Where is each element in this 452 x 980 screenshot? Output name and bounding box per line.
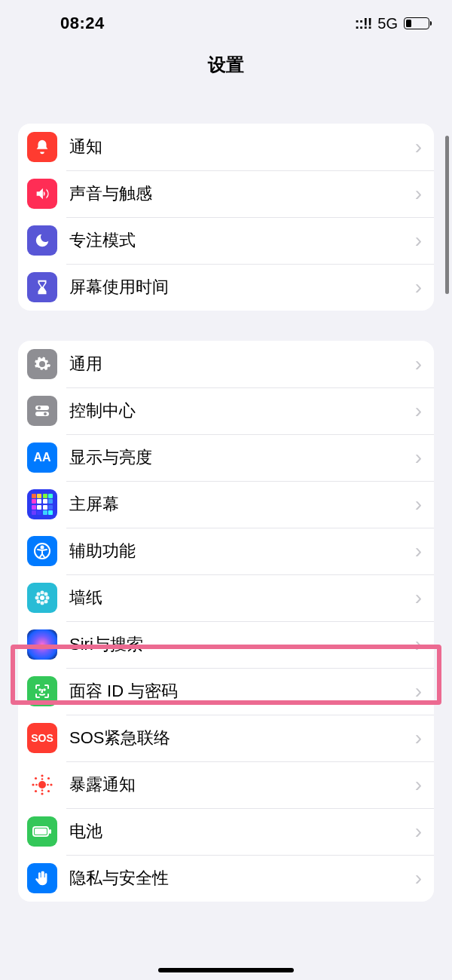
row-label: 隐私与安全性 bbox=[69, 867, 415, 890]
row-privacy[interactable]: 隐私与安全性 › bbox=[18, 855, 434, 902]
chevron-right-icon: › bbox=[415, 632, 422, 657]
sos-icon: SOS bbox=[27, 723, 57, 753]
chevron-right-icon: › bbox=[415, 182, 422, 206]
svg-point-24 bbox=[35, 790, 37, 792]
svg-rect-31 bbox=[35, 828, 47, 835]
row-label: Siri与搜索 bbox=[69, 633, 415, 656]
chevron-right-icon: › bbox=[415, 352, 422, 376]
chevron-right-icon: › bbox=[415, 586, 422, 610]
gear-icon bbox=[27, 349, 57, 379]
row-notifications[interactable]: 通知 › bbox=[18, 124, 434, 170]
svg-point-18 bbox=[41, 774, 43, 776]
exposure-icon bbox=[27, 770, 57, 800]
status-bar: 08:24 ::!! 5G bbox=[0, 0, 452, 42]
svg-point-26 bbox=[41, 778, 44, 780]
chevron-right-icon: › bbox=[415, 539, 422, 563]
scrollbar[interactable] bbox=[445, 136, 449, 294]
hand-icon bbox=[27, 863, 57, 893]
accessibility-icon bbox=[27, 536, 57, 566]
aa-icon: AA bbox=[27, 443, 57, 473]
row-faceid[interactable]: 面容 ID 与密码 › bbox=[18, 668, 434, 715]
svg-point-23 bbox=[47, 777, 50, 779]
chevron-right-icon: › bbox=[415, 399, 422, 423]
svg-rect-32 bbox=[49, 829, 51, 834]
chevron-right-icon: › bbox=[415, 773, 422, 797]
page-title: 设置 bbox=[0, 42, 452, 93]
row-label: 专注模式 bbox=[69, 229, 415, 252]
moon-icon bbox=[27, 225, 57, 256]
battery-icon bbox=[27, 816, 57, 847]
svg-point-6 bbox=[40, 596, 44, 600]
signal-icon: ::!! bbox=[355, 15, 372, 32]
row-sos[interactable]: SOS SOS紧急联络 › bbox=[18, 715, 434, 761]
chevron-right-icon: › bbox=[415, 228, 422, 253]
bell-icon bbox=[27, 132, 57, 162]
row-label: 暴露通知 bbox=[69, 773, 415, 796]
faceid-icon bbox=[27, 676, 57, 706]
hourglass-icon bbox=[27, 272, 57, 302]
row-accessibility[interactable]: 辅助功能 › bbox=[18, 528, 434, 574]
svg-point-10 bbox=[46, 596, 50, 600]
row-label: 显示与亮度 bbox=[69, 446, 415, 469]
svg-point-22 bbox=[35, 777, 37, 779]
svg-point-13 bbox=[37, 600, 41, 604]
row-homescreen[interactable]: 主屏幕 › bbox=[18, 481, 434, 528]
status-time: 08:24 bbox=[60, 14, 105, 33]
svg-point-5 bbox=[41, 547, 44, 549]
svg-point-27 bbox=[41, 789, 44, 792]
row-label: 辅助功能 bbox=[69, 540, 415, 562]
row-label: 通知 bbox=[69, 136, 415, 158]
row-control-center[interactable]: 控制中心 › bbox=[18, 387, 434, 434]
row-display[interactable]: AA 显示与亮度 › bbox=[18, 434, 434, 481]
svg-point-28 bbox=[35, 784, 38, 786]
svg-point-17 bbox=[38, 781, 46, 789]
row-screentime[interactable]: 屏幕使用时间 › bbox=[18, 264, 434, 311]
flower-icon bbox=[27, 583, 57, 613]
svg-rect-1 bbox=[35, 412, 49, 416]
svg-point-21 bbox=[50, 783, 52, 786]
svg-point-25 bbox=[47, 790, 50, 792]
svg-point-11 bbox=[37, 593, 41, 596]
section-general: 通用 › 控制中心 › AA 显示与亮度 › 主屏幕 › bbox=[18, 341, 434, 902]
row-label: 屏幕使用时间 bbox=[69, 276, 415, 299]
homegrid-icon bbox=[27, 489, 57, 519]
chevron-right-icon: › bbox=[415, 726, 422, 750]
row-sounds[interactable]: 声音与触感 › bbox=[18, 170, 434, 217]
row-label: 主屏幕 bbox=[69, 493, 415, 516]
row-label: 控制中心 bbox=[69, 400, 415, 422]
row-focus[interactable]: 专注模式 › bbox=[18, 217, 434, 264]
status-right: ::!! 5G bbox=[355, 15, 429, 32]
chevron-right-icon: › bbox=[415, 275, 422, 299]
svg-point-7 bbox=[41, 591, 44, 595]
chevron-right-icon: › bbox=[415, 446, 422, 470]
row-label: SOS紧急联络 bbox=[69, 727, 415, 749]
row-general[interactable]: 通用 › bbox=[18, 341, 434, 387]
chevron-right-icon: › bbox=[415, 866, 422, 890]
row-battery[interactable]: 电池 › bbox=[18, 808, 434, 855]
svg-point-20 bbox=[32, 783, 34, 786]
row-label: 面容 ID 与密码 bbox=[69, 680, 415, 703]
svg-point-16 bbox=[44, 689, 45, 691]
svg-point-29 bbox=[47, 784, 49, 786]
svg-point-3 bbox=[44, 412, 47, 415]
siri-icon bbox=[27, 629, 57, 660]
row-label: 电池 bbox=[69, 820, 415, 843]
row-wallpaper[interactable]: 墙纸 › bbox=[18, 574, 434, 621]
chevron-right-icon: › bbox=[415, 492, 422, 516]
svg-point-14 bbox=[44, 600, 48, 604]
toggles-icon bbox=[27, 396, 57, 426]
home-indicator[interactable] bbox=[158, 968, 294, 972]
row-label: 通用 bbox=[69, 353, 415, 375]
settings-list[interactable]: 通知 › 声音与触感 › 专注模式 › 屏幕使用时间 › bbox=[0, 124, 452, 902]
svg-point-2 bbox=[38, 406, 41, 409]
chevron-right-icon: › bbox=[415, 679, 422, 703]
chevron-right-icon: › bbox=[415, 819, 422, 844]
row-label: 声音与触感 bbox=[69, 182, 415, 205]
svg-rect-0 bbox=[35, 406, 49, 410]
svg-point-12 bbox=[44, 593, 48, 596]
svg-point-15 bbox=[39, 689, 41, 691]
row-siri-search[interactable]: Siri与搜索 › bbox=[18, 621, 434, 668]
battery-icon bbox=[404, 17, 429, 29]
row-exposure[interactable]: 暴露通知 › bbox=[18, 761, 434, 808]
svg-point-19 bbox=[41, 792, 43, 795]
